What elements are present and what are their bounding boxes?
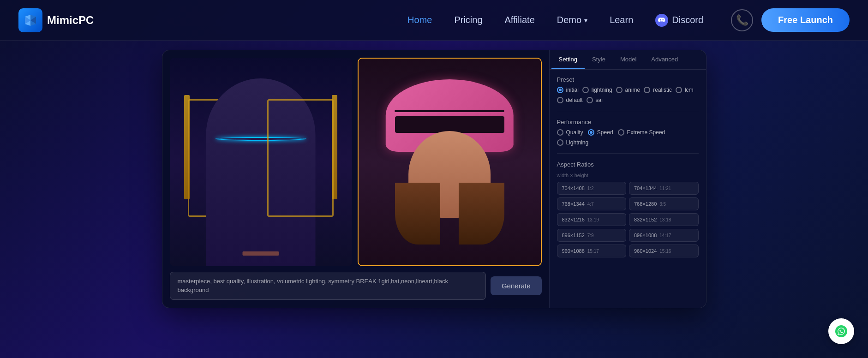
brand-name: MimicPC [47,14,94,27]
perf-quality-dot [557,129,563,136]
nav-links: Home Pricing Affiliate Demo ▾ Learn Disc… [407,14,712,27]
aspect-896x1088[interactable]: 896×1088 14:17 [629,229,699,242]
aspect-ratios-label: Aspect Ratios [557,161,699,168]
tab-setting[interactable]: Setting [551,50,585,69]
tab-model[interactable]: Model [613,50,644,69]
hair-right [459,183,504,245]
prompt-input[interactable]: masterpiece, best quality, illustration,… [170,272,486,300]
performance-options: Quality Speed Extreme Speed [557,129,699,136]
logo-icon [18,8,42,32]
generate-button[interactable]: Generate [491,276,542,295]
performance-label: Performance [557,119,699,125]
preset-lcm[interactable]: lcm [676,87,694,93]
perf-quality[interactable]: Quality [557,129,583,136]
neon-frame-left [184,95,190,199]
aspect-ratios-sublabel: width × height [557,173,699,178]
navbar: MimicPC Home Pricing Affiliate Demo ▾ Le… [0,0,868,41]
aspect-832x1152[interactable]: 832×1152 13:18 [629,213,699,226]
preset-lightning[interactable]: lightning [582,87,612,93]
neon-base [243,251,279,256]
preset-options: initial lightning anime realistic [557,87,699,103]
tab-style[interactable]: Style [585,50,613,69]
neon-frame-right [332,95,337,199]
tab-advanced[interactable]: Advanced [644,50,685,69]
divider-2 [557,153,699,154]
preset-section: Preset initial lightning anime [557,76,699,103]
aspect-832x1216[interactable]: 832×1216 13:19 [557,213,627,226]
settings-tabs: Setting Style Model Advanced [550,50,706,70]
free-launch-button[interactable]: Free Launch [761,8,850,32]
neon-ring [215,137,306,141]
nav-pricing[interactable]: Pricing [454,15,482,25]
hair-left [395,183,441,245]
settings-body: Preset initial lightning anime [550,70,706,264]
preset-lcm-dot [676,87,682,93]
nav-demo[interactable]: Demo ▾ [557,15,587,25]
hat-band [395,110,504,112]
preset-label: Preset [557,76,699,83]
chevron-down-icon: ▾ [584,17,587,24]
aspect-ratios-header: Aspect Ratios width × height [557,161,699,178]
settings-panel: Setting Style Model Advanced Preset init… [549,50,706,308]
discord-icon [655,14,668,27]
aspect-960x1088[interactable]: 960×1088 15:17 [557,245,627,257]
divider-1 [557,111,699,111]
preset-initial[interactable]: initial [557,87,579,93]
aspect-896x1152[interactable]: 896×1152 7:9 [557,229,627,242]
nav-discord[interactable]: Discord [655,14,703,27]
aspect-768x1344[interactable]: 768×1344 4:7 [557,197,627,210]
aspect-ratios-grid: 704×1408 1:2 704×1344 11:21 768×1344 4:7 [557,182,699,257]
perf-lightning-dot [557,139,563,146]
preset-sai-dot [587,97,593,103]
preset-realistic[interactable]: realistic [644,87,672,93]
images-panel: masterpiece, best quality, illustration,… [162,50,549,308]
preset-sai[interactable]: sai [587,97,603,103]
phone-button[interactable]: 📞 [731,9,753,31]
preset-anime-dot [616,87,623,93]
preset-anime[interactable]: anime [616,87,641,93]
perf-extreme-dot [618,129,624,136]
aspect-704x1344[interactable]: 704×1344 11:21 [629,182,699,195]
aspect-ratios-section: Aspect Ratios width × height 704×1408 1:… [557,161,699,257]
prompt-area: masterpiece, best quality, illustration,… [170,271,542,300]
perf-extreme-speed[interactable]: Extreme Speed [618,129,665,136]
perf-lightning[interactable]: Lightning [557,139,589,146]
perf-speed-dot [588,129,594,136]
preset-initial-dot [557,87,563,93]
performance-section: Performance Quality Speed Extreme Spe [557,119,699,146]
image-slot-1[interactable] [170,58,352,266]
image-2-bg [359,59,541,265]
perf-speed[interactable]: Speed [588,129,613,136]
figure-silhouette [206,78,316,266]
aspect-768x1280[interactable]: 768×1280 3:5 [629,197,699,210]
nav-learn[interactable]: Learn [610,15,633,25]
whatsapp-float-button[interactable] [828,318,854,344]
app-window: masterpiece, best quality, illustration,… [162,50,706,308]
main-content: masterpiece, best quality, illustration,… [0,41,868,358]
svg-point-0 [835,325,847,337]
image-slot-2[interactable] [358,58,542,266]
logo-area[interactable]: MimicPC [18,8,94,32]
nav-affiliate[interactable]: Affiliate [505,15,535,25]
images-row [170,58,542,266]
aspect-960x1024[interactable]: 960×1024 15:16 [629,245,699,257]
preset-lightning-dot [582,87,589,93]
preset-realistic-dot [644,87,650,93]
aspect-704x1408[interactable]: 704×1408 1:2 [557,182,627,195]
preset-default-dot [557,97,563,103]
performance-options-2: Lightning [557,139,699,146]
image-1-bg [170,58,352,266]
preset-default[interactable]: default [557,97,583,103]
nav-home[interactable]: Home [407,15,432,25]
